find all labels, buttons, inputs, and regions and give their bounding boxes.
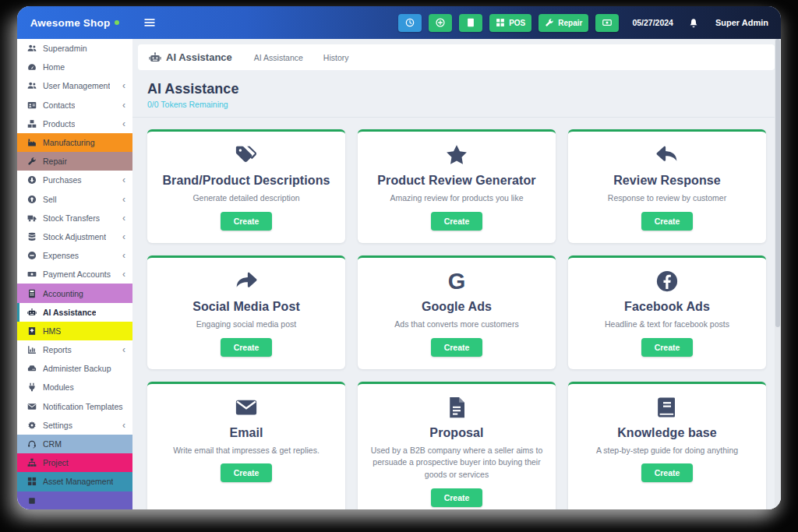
sidebar-item-stock-transfers[interactable]: Stock Transfers ‹ <box>17 209 132 227</box>
bell-icon[interactable] <box>688 17 699 28</box>
chevron-left-icon: ‹ <box>122 195 125 204</box>
sitemap-icon <box>27 458 37 467</box>
sidebar-item-products[interactable]: Products ‹ <box>17 115 132 133</box>
chevron-left-icon: ‹ <box>122 213 125 223</box>
user-menu[interactable]: Super Admin <box>715 18 768 27</box>
tab-history[interactable]: History <box>323 53 349 62</box>
plus-icon <box>436 18 445 27</box>
sidebar-item-superadmin[interactable]: Superadmin ‹ <box>17 39 132 58</box>
sidebar-item-crm[interactable]: CRM ‹ <box>17 435 132 453</box>
money-icon <box>27 270 37 279</box>
sidebar-item-partial[interactable]: ‹ <box>17 491 132 510</box>
tab-ai-assistance[interactable]: AI Assistance <box>254 53 303 62</box>
sidebar-item-project[interactable]: Project ‹ <box>17 453 132 472</box>
create-button[interactable]: Create <box>221 212 273 231</box>
users-icon <box>27 44 37 53</box>
card-description: Ads that converts more customers <box>394 319 518 331</box>
brand-name: Awesome Shop <box>30 17 111 29</box>
ai-tool-card: Brand/Product Descriptions Generate deta… <box>147 129 345 243</box>
sidebar-item-repair[interactable]: Repair ‹ <box>17 152 132 171</box>
create-button[interactable]: Create <box>431 212 483 231</box>
card-description: Amazing review for products you like <box>390 192 524 205</box>
chevron-left-icon: ‹ <box>122 232 125 241</box>
repair-button[interactable]: Repair <box>538 14 588 32</box>
sidebar-item-payment-accounts[interactable]: Payment Accounts ‹ <box>17 265 132 284</box>
pos-button[interactable]: POS <box>489 14 531 32</box>
card-description: Engaging social media post <box>196 319 296 331</box>
create-button[interactable]: Create <box>221 463 273 482</box>
sidebar-item-hms[interactable]: HMS ‹ <box>17 322 132 340</box>
sidebar-item-expenses[interactable]: Expenses ‹ <box>17 246 132 265</box>
add-button[interactable] <box>429 14 452 32</box>
brand-logo[interactable]: Awesome Shop <box>17 17 132 29</box>
star-icon <box>445 143 468 167</box>
ai-tool-card: Facebook Ads Headline & text for faceboo… <box>568 255 766 369</box>
card-description: Generate detailed description <box>192 192 299 205</box>
sidebar-item-home[interactable]: Home ‹ <box>17 58 132 76</box>
menu-icon[interactable] <box>143 16 156 29</box>
wrench-icon <box>545 18 554 27</box>
calculator-button[interactable] <box>459 14 482 32</box>
gear-icon <box>27 421 37 430</box>
scrollbar-track[interactable] <box>775 39 781 509</box>
cube-icon <box>27 496 37 506</box>
status-dot-icon <box>115 20 119 25</box>
circle-up-icon <box>27 195 37 204</box>
create-button[interactable]: Create <box>431 488 483 507</box>
card-description: Headline & text for facebook posts <box>605 319 729 331</box>
sidebar: Superadmin ‹ Home ‹ User Management ‹ Co… <box>17 39 132 509</box>
create-button[interactable]: Create <box>641 463 694 482</box>
cash-button[interactable] <box>595 14 619 32</box>
sidebar-item-accounting[interactable]: Accounting ‹ <box>17 284 132 302</box>
sidebar-item-sell[interactable]: Sell ‹ <box>17 190 132 209</box>
gauge-icon <box>27 62 37 72</box>
envelope-icon <box>27 402 37 411</box>
headset-icon <box>27 439 37 449</box>
sidebar-item-stock-adjustment[interactable]: Stock Adjustment ‹ <box>17 227 132 246</box>
sidebar-item-reports[interactable]: Reports ‹ <box>17 340 132 359</box>
sidebar-item-modules[interactable]: Modules ‹ <box>17 378 132 396</box>
tokens-remaining: 0/0 Tokens Remaining <box>147 100 766 109</box>
cubes-icon <box>27 119 37 129</box>
sidebar-item-user-management[interactable]: User Management ‹ <box>17 76 132 95</box>
google-icon: G <box>445 270 468 293</box>
sidebar-item-notification-templates[interactable]: Notification Templates ‹ <box>17 397 132 416</box>
proposal-icon <box>445 396 468 419</box>
card-description: Response to review by customer <box>608 192 726 205</box>
sidebar-item-administer-backup[interactable]: Administer Backup ‹ <box>17 359 132 378</box>
sidebar-item-ai-assistance[interactable]: AI Assistance ‹ <box>17 303 132 322</box>
clock-button[interactable] <box>398 14 422 32</box>
top-navbar: Awesome Shop POS Repair 05/27/2024 Super… <box>17 6 781 39</box>
create-button[interactable]: Create <box>641 338 694 357</box>
circle-down-icon <box>27 175 37 185</box>
sidebar-item-purchases[interactable]: Purchases ‹ <box>17 171 132 189</box>
topbar-actions: POS Repair 05/27/2024 Super Admin <box>398 14 768 32</box>
calculator-icon <box>27 289 37 298</box>
create-button[interactable]: Create <box>221 338 273 357</box>
scrollbar-thumb[interactable] <box>775 39 780 327</box>
card-title: Email <box>229 426 263 440</box>
sidebar-item-settings[interactable]: Settings ‹ <box>17 416 132 435</box>
content-area: AI Assistance AI Assistance History AI A… <box>132 39 781 509</box>
wrench-icon <box>27 157 37 166</box>
card-title: Brand/Product Descriptions <box>162 174 330 188</box>
calculator-icon <box>466 18 475 27</box>
chevron-left-icon: ‹ <box>122 345 125 354</box>
facebook-icon <box>655 270 679 293</box>
create-button[interactable]: Create <box>431 338 483 357</box>
id-card-icon <box>27 100 37 110</box>
chevron-left-icon: ‹ <box>122 421 125 430</box>
date-display[interactable]: 05/27/2024 <box>632 18 673 27</box>
card-title: Facebook Ads <box>624 300 710 314</box>
card-description: Used by a B2B company where a seller aim… <box>370 445 543 481</box>
create-button[interactable]: Create <box>641 212 694 231</box>
sidebar-item-manufacturing[interactable]: Manufacturing ‹ <box>17 133 132 152</box>
sidebar-item-asset-management[interactable]: Asset Management ‹ <box>17 472 132 491</box>
drive-icon <box>27 364 37 373</box>
page-header: AI Assistance 0/0 Tokens Remaining <box>132 70 781 118</box>
chevron-left-icon: ‹ <box>122 100 125 110</box>
sidebar-item-contacts[interactable]: Contacts ‹ <box>17 96 132 115</box>
truck-icon <box>27 213 37 223</box>
plug-icon <box>27 382 37 392</box>
robot-icon <box>27 308 37 317</box>
